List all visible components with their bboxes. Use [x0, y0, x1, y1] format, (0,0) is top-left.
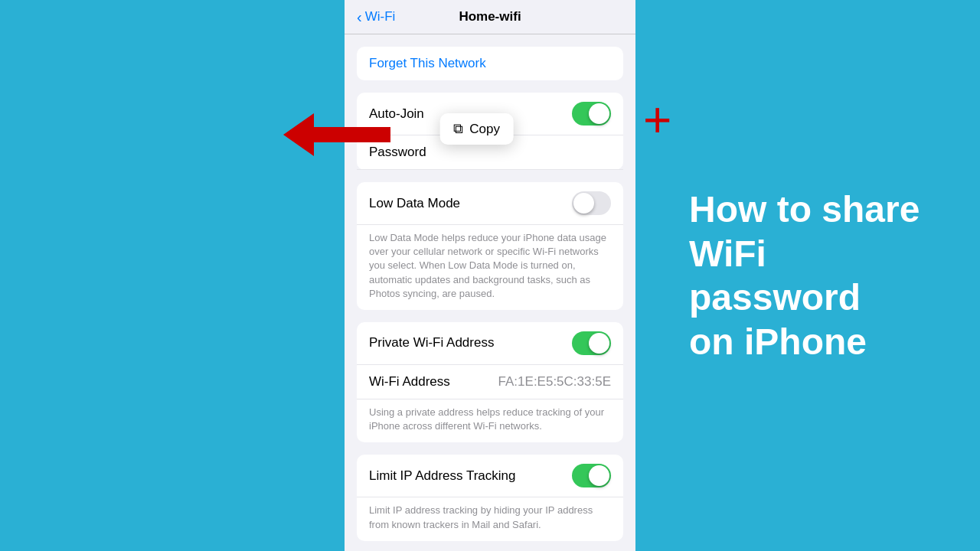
copy-label: Copy	[469, 122, 500, 137]
low-data-section: Low Data Mode Low Data Mode helps reduce…	[357, 182, 623, 310]
side-text: How to share WiFi password on iPhone	[689, 187, 949, 364]
forget-section: Forget This Network	[357, 47, 623, 80]
toggle-knob-limit	[589, 465, 609, 486]
private-wifi-toggle[interactable]	[572, 331, 611, 355]
low-data-item: Low Data Mode	[357, 182, 623, 225]
low-data-toggle[interactable]	[572, 191, 611, 215]
toggle-knob-private	[589, 333, 609, 354]
private-wifi-section: Private Wi-Fi Address Wi-Fi Address FA:1…	[357, 322, 623, 442]
content-area: Forget This Network Auto-Join Password ⧉	[345, 34, 635, 551]
auto-join-toggle[interactable]	[572, 102, 611, 126]
back-button[interactable]: ‹ Wi-Fi	[357, 9, 395, 24]
private-wifi-label: Private Wi-Fi Address	[369, 335, 494, 350]
back-chevron-icon: ‹	[357, 9, 362, 24]
phone-panel: ‹ Wi-Fi Home-wifi Forget This Network Au…	[345, 0, 635, 551]
nav-title: Home-wifi	[459, 9, 521, 24]
toggle-knob-low	[573, 193, 594, 214]
private-wifi-item: Private Wi-Fi Address	[357, 322, 623, 365]
red-arrow-annotation	[283, 113, 390, 156]
copy-icon: ⧉	[453, 121, 463, 137]
wifi-address-item: Wi-Fi Address FA:1E:E5:5C:33:5E	[357, 365, 623, 399]
wifi-address-value: FA:1E:E5:5C:33:5E	[498, 374, 611, 390]
side-text-line2: password	[689, 277, 861, 318]
back-label: Wi-Fi	[365, 9, 396, 24]
limit-ip-item: Limit IP Address Tracking	[357, 455, 623, 497]
page-wrapper: ‹ Wi-Fi Home-wifi Forget This Network Au…	[0, 0, 980, 551]
side-text-line1: How to share WiFi	[689, 189, 920, 274]
low-data-description: Low Data Mode helps reduce your iPhone d…	[357, 225, 623, 310]
limit-ip-toggle[interactable]	[572, 464, 611, 487]
forget-item[interactable]: Forget This Network	[357, 47, 623, 80]
toggle-knob	[589, 103, 609, 124]
forget-label: Forget This Network	[369, 56, 486, 71]
nav-bar: ‹ Wi-Fi Home-wifi	[345, 0, 635, 34]
arrow-body	[314, 127, 390, 142]
limit-description: Limit IP address tracking by hiding your…	[357, 497, 623, 540]
limit-ip-section: Limit IP Address Tracking Limit IP addre…	[357, 455, 623, 540]
red-plus-annotation: +	[643, 92, 671, 148]
side-text-line3: on iPhone	[689, 321, 867, 362]
private-description: Using a private address helps reduce tra…	[357, 399, 623, 442]
wifi-address-label: Wi-Fi Address	[369, 374, 450, 390]
auto-join-section: Auto-Join Password ⧉ Copy	[357, 93, 623, 170]
limit-ip-label: Limit IP Address Tracking	[369, 468, 516, 484]
low-data-label: Low Data Mode	[369, 196, 460, 211]
arrow-head	[283, 113, 314, 156]
copy-popup[interactable]: ⧉ Copy	[439, 113, 514, 145]
